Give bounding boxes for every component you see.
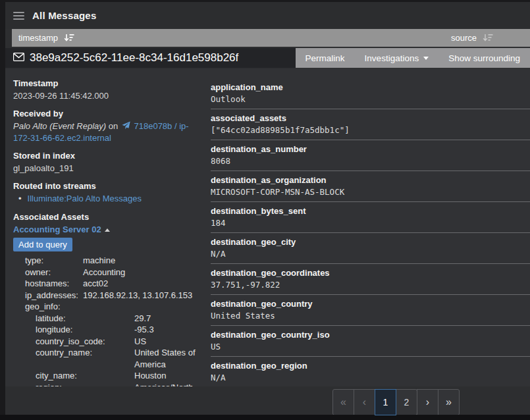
pagination-pages: 12	[375, 389, 417, 415]
field-row: destination_as_organization MICROSOFT-CO…	[211, 171, 530, 202]
field-value: Outlook	[211, 94, 530, 104]
asset-property-row: type: machine	[13, 255, 205, 267]
asset-property-row: hostnames: acct02	[13, 278, 205, 290]
received-by-section: Received by Palo Alto (Event Replay) on …	[13, 109, 205, 144]
field-row: destination_geo_coordinates 37.751,-97.8…	[211, 264, 530, 295]
field-row: destination_bytes_sent 184	[211, 202, 530, 233]
asset-property-value: Houston	[134, 370, 205, 382]
field-value: United States	[211, 311, 530, 321]
field-row: application_name Outlook	[211, 78, 530, 109]
graylog-all-messages-screen: All Messages timestamp source	[0, 0, 530, 420]
chevron-down-icon	[423, 57, 429, 60]
streams-label: Routed into streams	[13, 181, 205, 192]
field-name: destination_as_organization	[211, 175, 530, 186]
message-fields-column: application_name Outlook associated_asse…	[211, 78, 530, 386]
field-row: destination_geo_region N/A	[211, 357, 530, 386]
field-name: destination_geo_coordinates	[211, 268, 530, 278]
field-row: destination_geo_city N/A	[211, 233, 530, 264]
message-metadata-column: Timestamp 2023-09-26 11:45:42.000 Receiv…	[13, 78, 205, 386]
streams-section: Routed into streams Illuminate:Palo Alto…	[13, 181, 205, 205]
asset-property-row: latitude: 29.7	[13, 313, 205, 325]
investigations-dropdown-button[interactable]: Investigations	[355, 48, 439, 68]
message-id[interactable]: 38e9a252-5c62-11ee-8c34-16d1e598b26f	[30, 51, 238, 65]
pagination-page-button[interactable]: 1	[375, 389, 396, 415]
field-value: 8068	[211, 156, 530, 166]
asset-property-row: city_name: Houston	[13, 370, 205, 382]
pagination-page-button[interactable]: 2	[396, 389, 417, 415]
envelope-icon	[13, 53, 24, 63]
stored-index-section: Stored in index gl_paloalto_191	[13, 151, 205, 174]
asset-property-key: type:	[25, 255, 83, 267]
add-to-query-button[interactable]: Add to query	[13, 238, 72, 251]
asset-property-key: ip_addresses:	[25, 290, 83, 302]
field-name: destination_as_number	[211, 144, 530, 155]
pagination-first-button[interactable]: «	[332, 389, 354, 415]
widget-topbar: All Messages	[5, 2, 530, 29]
page-title: All Messages	[32, 10, 96, 21]
asset-property-row: geo_info:	[13, 301, 205, 313]
timestamp-label: Timestamp	[13, 78, 205, 89]
window-left-edge	[0, 0, 5, 420]
asset-properties-list: type: machine owner: Accounting hostname…	[13, 255, 205, 386]
show-surrounding-button[interactable]: Show surrounding	[438, 48, 530, 68]
permalink-button[interactable]: Permalink	[296, 48, 355, 68]
asset-expand-link[interactable]: Accounting Server 02	[13, 224, 110, 236]
field-row: associated_assets ["64cc02ad88985b1f7a5d…	[211, 109, 530, 140]
stream-list-item: Illuminate:Palo Alto Messages	[18, 193, 205, 205]
field-value: 37.751,-97.822	[211, 280, 530, 290]
show-surrounding-label: Show surrounding	[448, 53, 520, 63]
permalink-label: Permalink	[305, 53, 345, 63]
message-title[interactable]: 38e9a252-5c62-11ee-8c34-16d1e598b26f	[5, 51, 238, 65]
asset-property-row: ip_addresses: 192.168.92.13, 13.107.6.15…	[13, 290, 205, 302]
asset-property-key: country_iso_code:	[36, 336, 134, 348]
pagination-last-button[interactable]: »	[438, 389, 460, 415]
pagination-next-button[interactable]: ›	[417, 389, 438, 415]
asset-property-value: acct02	[83, 278, 205, 290]
window-top-edge	[0, 0, 530, 2]
chevron-up-icon	[105, 228, 110, 232]
timestamp-column-label: timestamp	[18, 33, 58, 43]
associated-assets-label: Associated Assets	[13, 212, 205, 223]
asset-property-key: longitude:	[36, 324, 134, 336]
asset-property-key: region:	[36, 382, 134, 387]
associated-assets-section: Associated Assets Accounting Server 02 A…	[13, 212, 205, 386]
column-header-source[interactable]: source	[451, 33, 523, 43]
asset-property-row: country_name: United States of America	[13, 347, 205, 370]
asset-property-key: owner:	[25, 267, 83, 278]
input-name: Palo Alto (Event Replay)	[13, 121, 106, 131]
field-name: destination_bytes_sent	[211, 206, 530, 217]
hamburger-menu-icon[interactable]	[13, 12, 24, 20]
asset-property-row: owner: Accounting	[13, 267, 205, 278]
message-actions-toolbar: Permalink Investigations Show surroundin…	[296, 48, 530, 68]
message-title-row: 38e9a252-5c62-11ee-8c34-16d1e598b26f Per…	[5, 48, 530, 68]
asset-property-key: latitude:	[36, 313, 134, 325]
field-row: destination_geo_country United States	[211, 295, 530, 326]
asset-property-value	[83, 301, 205, 313]
stream-link[interactable]: Illuminate:Palo Alto Messages	[28, 194, 142, 203]
column-header-timestamp[interactable]: timestamp	[18, 33, 74, 43]
received-by-value: Palo Alto (Event Replay) on 718e078b / i…	[13, 120, 205, 144]
asset-property-key: country_name:	[36, 347, 134, 370]
asset-property-value: United States of America	[134, 347, 205, 370]
pagination: « ‹ 12 › »	[332, 389, 460, 415]
stream-list: Illuminate:Palo Alto Messages	[18, 193, 205, 205]
received-by-label: Received by	[13, 109, 205, 119]
stored-index-label: Stored in index	[13, 151, 205, 161]
asset-property-key: city_name:	[36, 370, 134, 382]
field-value: 184	[211, 218, 530, 228]
pagination-prev-button[interactable]: ‹	[354, 389, 375, 415]
sort-icon-inactive[interactable]	[483, 34, 493, 42]
asset-property-value: 29.7	[134, 313, 205, 325]
asset-property-value: -95.3	[134, 324, 205, 336]
asset-property-key: hostnames:	[25, 278, 83, 290]
asset-property-row: region: Americas/North	[13, 382, 205, 387]
field-value: N/A	[211, 249, 530, 259]
node-send-icon	[122, 121, 130, 132]
sort-desc-icon[interactable]	[64, 34, 74, 42]
field-name: destination_geo_country	[211, 299, 530, 309]
asset-property-value: 192.168.92.13, 13.107.6.153	[83, 290, 205, 302]
field-row: destination_as_number 8068	[211, 140, 530, 171]
asset-property-row: longitude: -95.3	[13, 324, 205, 336]
field-name: application_name	[211, 82, 530, 93]
timestamp-section: Timestamp 2023-09-26 11:45:42.000	[13, 78, 205, 101]
